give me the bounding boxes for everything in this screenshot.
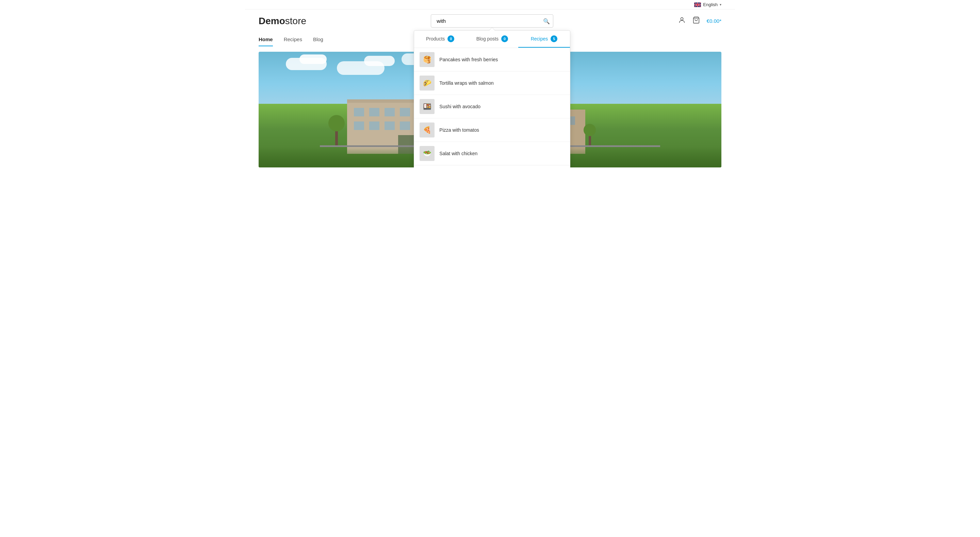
svg-rect-16	[369, 121, 379, 130]
tab-products-badge: 0	[447, 35, 454, 42]
result-item-5[interactable]: 🥗 Salat with chicken	[414, 142, 570, 165]
chevron-down-icon: ▾	[720, 3, 721, 6]
header-top-bar: English ▾	[245, 0, 735, 10]
result-label-3: Sushi with avocado	[439, 104, 480, 109]
result-label-5: Salat with chicken	[439, 151, 477, 156]
svg-rect-15	[354, 121, 364, 130]
cloud-4	[364, 56, 395, 66]
search-results: 🥞 Pancakes with fresh berries 🌮 Tortilla…	[414, 48, 570, 165]
result-thumb-5: 🥗	[420, 146, 434, 161]
result-item-4[interactable]: 🍕 Pizza with tomatos	[414, 118, 570, 142]
tab-recipes-badge: 5	[550, 35, 557, 42]
page-wrapper: English ▾ Demostore 🔍 Products 0	[245, 0, 735, 167]
search-container: 🔍 Products 0 Blog posts 0 Recipes	[431, 14, 553, 27]
language-label: English	[703, 2, 718, 7]
nav-item-blog[interactable]: Blog	[313, 37, 323, 46]
cart-price[interactable]: €0.00*	[707, 18, 721, 24]
svg-rect-5	[354, 108, 364, 116]
result-thumb-2: 🌮	[420, 76, 434, 91]
svg-rect-6	[369, 108, 379, 116]
result-item-3[interactable]: 🍱 Sushi with avocado	[414, 95, 570, 118]
result-label-2: Tortilla wraps with salmon	[439, 80, 494, 86]
search-icon: 🔍	[543, 18, 550, 24]
flag-uk-icon	[694, 2, 701, 7]
nav-item-home[interactable]: Home	[259, 37, 273, 46]
search-tabs: Products 0 Blog posts 0 Recipes 5	[414, 30, 570, 48]
tab-products-label: Products	[426, 36, 445, 41]
logo-light: store	[285, 16, 306, 26]
logo[interactable]: Demostore	[259, 16, 306, 27]
tab-blog-posts[interactable]: Blog posts 0	[466, 30, 518, 48]
nav-item-recipes[interactable]: Recipes	[284, 37, 302, 46]
search-dropdown: Products 0 Blog posts 0 Recipes 5	[414, 30, 570, 167]
result-item-2[interactable]: 🌮 Tortilla wraps with salmon	[414, 72, 570, 95]
search-input[interactable]	[431, 14, 553, 27]
svg-point-1	[681, 18, 683, 20]
result-item-1[interactable]: 🥞 Pancakes with fresh berries	[414, 48, 570, 72]
language-selector[interactable]: English ▾	[694, 2, 721, 7]
result-label-1: Pancakes with fresh berries	[439, 57, 498, 62]
svg-rect-17	[385, 121, 395, 130]
user-icon[interactable]	[678, 16, 686, 25]
svg-point-36	[584, 124, 596, 136]
svg-rect-8	[400, 108, 410, 116]
tab-products[interactable]: Products 0	[414, 30, 466, 48]
show-all-row: › Show all search results 5 Results	[414, 165, 570, 167]
svg-point-32	[328, 115, 345, 131]
search-button[interactable]: 🔍	[543, 18, 550, 24]
cart-icon[interactable]	[692, 16, 700, 25]
tab-blog-posts-label: Blog posts	[476, 36, 498, 41]
tab-recipes-label: Recipes	[531, 36, 548, 41]
tab-blog-posts-badge: 0	[501, 35, 508, 42]
result-thumb-4: 🍕	[420, 123, 434, 137]
logo-bold: Demo	[259, 16, 285, 26]
svg-rect-18	[400, 121, 410, 130]
tab-recipes[interactable]: Recipes 5	[518, 30, 570, 48]
header-actions: €0.00*	[678, 16, 721, 25]
svg-rect-7	[385, 108, 395, 116]
result-label-4: Pizza with tomatos	[439, 127, 479, 133]
header-main: Demostore 🔍 Products 0 Blog posts 0	[245, 10, 735, 32]
result-thumb-3: 🍱	[420, 99, 434, 114]
cloud-2	[299, 54, 327, 64]
result-thumb-1: 🥞	[420, 52, 434, 67]
